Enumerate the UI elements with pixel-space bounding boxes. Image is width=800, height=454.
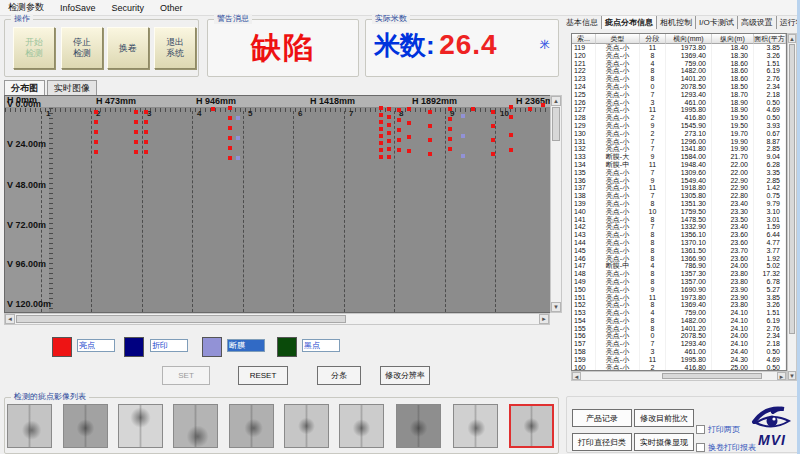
scroll-down-icon[interactable]: ▼ (551, 302, 561, 312)
defect-thumbnail-3[interactable] (118, 404, 163, 448)
legend-field-black-spot[interactable] (302, 339, 340, 352)
table-row[interactable]: 119亮点-小111973.8018.403.85 (572, 44, 786, 52)
scroll-right-icon[interactable]: ► (539, 314, 549, 324)
chart-vertical-scrollbar[interactable]: ▲ ▼ (550, 95, 562, 313)
table-horizontal-scrollbar[interactable]: ◄ ► (571, 371, 787, 381)
chart-horizontal-scrollbar[interactable]: ◄ ► (4, 313, 550, 325)
exit-system-button[interactable]: 退出 系统 (154, 27, 196, 69)
table-row[interactable]: 130亮点-小2273.1019.700.67 (572, 130, 786, 138)
table-row[interactable]: 152亮点-小81369.4023.803.26 (572, 301, 786, 309)
change-roll-button[interactable]: 换卷 (107, 27, 149, 69)
table-row[interactable]: 131亮点-小71296.0019.908.87 (572, 138, 786, 146)
table-row[interactable]: 124亮点-小02078.5018.502.34 (572, 83, 786, 91)
scroll-thumb[interactable] (789, 44, 795, 334)
table-row[interactable]: 137亮点-小111918.8022.901.42 (572, 184, 786, 192)
scroll-up-icon[interactable]: ▲ (788, 34, 796, 43)
defect-thumbnail-4[interactable] (173, 404, 218, 448)
table-row[interactable]: 138亮点-小71305.8022.800.75 (572, 192, 786, 200)
set-button[interactable]: SET (162, 366, 210, 385)
checkbox-icon[interactable] (696, 425, 705, 434)
table-row[interactable]: 144亮点-小81370.1023.604.77 (572, 239, 786, 247)
table-row[interactable]: 139亮点-小81351.3023.409.79 (572, 200, 786, 208)
menu-item-4[interactable]: Other (152, 3, 191, 13)
legend-field-film-break[interactable] (227, 339, 265, 352)
tab-camera-control[interactable]: 相机控制 (657, 16, 696, 29)
table-row[interactable]: 147断膜-中4786.9024.005.02 (572, 262, 786, 270)
table-row[interactable]: 141亮点-小81478.5023.503.01 (572, 216, 786, 224)
defect-thumbnail-8[interactable] (396, 404, 441, 448)
table-row[interactable]: 159亮点-小111995.8024.304.69 (572, 356, 786, 364)
table-row[interactable]: 135亮点-小71309.6022.003.35 (572, 169, 786, 177)
tab-defect-distribution-info[interactable]: 疵点分布信息 (602, 16, 657, 29)
defect-thumbnail-6[interactable] (284, 404, 329, 448)
defect-thumbnail-5[interactable] (229, 404, 274, 448)
table-row[interactable]: 155亮点-小81401.2024.102.76 (572, 325, 786, 333)
table-row[interactable]: 150亮点-小91690.9023.905.27 (572, 286, 786, 294)
table-row[interactable]: 145亮点-小81361.5023.703.77 (572, 247, 786, 255)
scroll-up-icon[interactable]: ▲ (551, 96, 561, 106)
modify-current-batch-button[interactable]: 修改目前批次 (634, 409, 694, 427)
menu-item-1[interactable]: 检测参数 (0, 1, 52, 14)
checkbox-icon[interactable] (696, 443, 705, 452)
menu-item-3[interactable]: Security (104, 3, 153, 13)
live-image-display-button[interactable]: 实时摄像显现 (634, 433, 694, 451)
table-row[interactable]: 133断膜-大91584.0021.709.04 (572, 153, 786, 161)
table-row[interactable]: 158亮点-小3461.0024.400.50 (572, 348, 786, 356)
defect-thumbnail-2[interactable] (63, 404, 108, 448)
scroll-left-icon[interactable]: ◄ (5, 314, 15, 324)
scroll-thumb[interactable] (16, 315, 346, 323)
defect-thumbnail-9[interactable] (453, 404, 498, 448)
table-row[interactable]: 126亮点-小3461.0018.900.50 (572, 99, 786, 107)
product-record-button[interactable]: 产品记录 (572, 409, 632, 427)
table-row[interactable]: 142亮点-小71332.9023.401.59 (572, 223, 786, 231)
tab-basic-info[interactable]: 基本信息 (563, 16, 602, 29)
roll-change-print-report-checkbox[interactable]: 换卷打印报表 (696, 442, 756, 453)
scroll-down-icon[interactable]: ▼ (788, 371, 796, 380)
tab-io-card-test[interactable]: I/O卡测试 (696, 16, 738, 29)
table-row[interactable]: 149亮点-小81357.0023.806.78 (572, 278, 786, 286)
distribution-chart[interactable]: H 0mm H 473mmH 946mmH 1418mmH 1892mmH 23… (4, 95, 551, 313)
table-row[interactable]: 160亮点-小2416.8025.000.50 (572, 364, 786, 371)
table-row[interactable]: 120亮点-小81369.4018.303.26 (572, 52, 786, 60)
table-row[interactable]: 134断膜-中111948.4022.006.28 (572, 161, 786, 169)
table-row[interactable]: 122亮点-小81482.0018.606.19 (572, 67, 786, 75)
table-row[interactable]: 154亮点-小81482.0024.106.19 (572, 317, 786, 325)
legend-field-bright-spot[interactable] (77, 339, 115, 352)
table-row[interactable]: 153亮点-小4759.0024.101.51 (572, 309, 786, 317)
table-row[interactable]: 146亮点-小81366.9023.601.92 (572, 255, 786, 263)
start-detect-button[interactable]: 开始 检测 (13, 27, 55, 69)
print-two-pages-checkbox[interactable]: 打印两页 (696, 424, 740, 435)
scroll-right-icon[interactable]: ► (777, 372, 786, 380)
scroll-thumb[interactable] (662, 373, 762, 379)
scroll-thumb[interactable] (552, 107, 560, 141)
table-row[interactable]: 128亮点-小2416.8019.500.50 (572, 114, 786, 122)
tab-live-image[interactable]: 实时图像 (47, 80, 97, 95)
tab-distribution-map[interactable]: 分布图 (4, 80, 45, 95)
reset-button[interactable]: RESET (238, 366, 288, 385)
table-row[interactable]: 121亮点-小4759.0018.601.51 (572, 60, 786, 68)
table-row[interactable]: 125亮点-小71293.4018.702.18 (572, 91, 786, 99)
legend-field-fold-mark[interactable] (150, 339, 188, 352)
table-row[interactable]: 157亮点-小71293.4024.102.18 (572, 340, 786, 348)
table-row[interactable]: 156亮点-小02078.5024.002.34 (572, 332, 786, 340)
table-row[interactable]: 129亮点-小91545.9019.503.93 (572, 122, 786, 130)
menu-item-2[interactable]: InfoSave (52, 3, 104, 13)
table-row[interactable]: 136亮点-小91549.4022.902.85 (572, 177, 786, 185)
defect-thumbnail-1[interactable] (7, 404, 52, 448)
table-row[interactable]: 132亮点-小71341.8019.902.85 (572, 145, 786, 153)
print-diameter-classify-button[interactable]: 打印直径归类 (572, 433, 632, 451)
defect-thumbnail-7[interactable] (339, 404, 384, 448)
table-row[interactable]: 143亮点-小81356.1023.606.44 (572, 231, 786, 239)
defect-thumbnail-10[interactable] (509, 404, 554, 448)
modify-resolution-button[interactable]: 修改分辨率 (380, 366, 430, 385)
scroll-left-icon[interactable]: ◄ (572, 372, 581, 380)
table-row[interactable]: 140亮点-小101759.5023.303.10 (572, 208, 786, 216)
table-row[interactable]: 127亮点-小111995.8018.904.69 (572, 106, 786, 114)
table-vertical-scrollbar[interactable]: ▲ ▼ (787, 33, 797, 381)
table-row[interactable]: 123亮点-小81401.2018.602.76 (572, 75, 786, 83)
table-row[interactable]: 148亮点-小81357.3023.8017.32 (572, 270, 786, 278)
stop-detect-button[interactable]: 停止 检测 (61, 27, 103, 69)
split-strips-button[interactable]: 分条 (317, 366, 361, 385)
tab-advanced-settings[interactable]: 高级设置 (738, 16, 777, 29)
table-row[interactable]: 151亮点-小111973.8023.903.85 (572, 294, 786, 302)
